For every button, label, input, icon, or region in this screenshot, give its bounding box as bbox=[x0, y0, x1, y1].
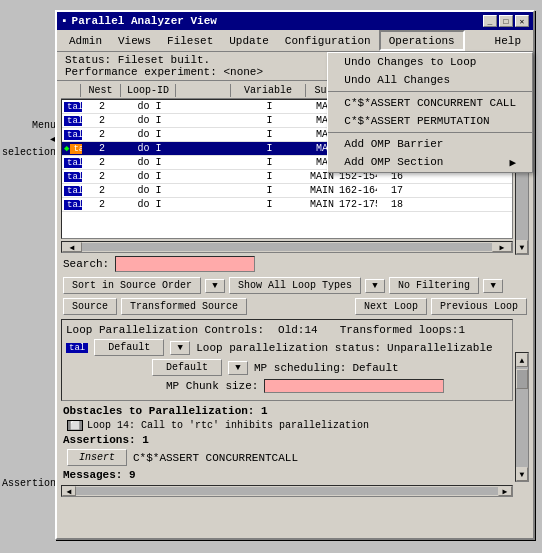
loop-icon: tal bbox=[64, 172, 82, 182]
bottom-scroll-right[interactable]: ▶ bbox=[498, 486, 512, 496]
h-scroll-track bbox=[82, 243, 492, 251]
col-blank bbox=[176, 84, 231, 97]
sort-dropdown-button[interactable]: ▼ bbox=[205, 279, 225, 293]
bottom-h-scrollbar[interactable]: ◀ ▶ bbox=[61, 485, 513, 497]
dropdown-add-barrier[interactable]: Add OMP Barrier bbox=[328, 135, 532, 153]
menu-operations[interactable]: Operations bbox=[379, 30, 465, 51]
show-dropdown-button[interactable]: ▼ bbox=[365, 279, 385, 293]
loop-icon-small: tal bbox=[66, 343, 88, 353]
mp-scheduling-label: MP scheduling: bbox=[254, 362, 346, 374]
obstacles-title: Obstacles to Parallelization: 1 bbox=[57, 403, 533, 419]
sort-filter-row: Sort in Source Order ▼ Show All Loop Typ… bbox=[57, 275, 533, 296]
col-loopid: Loop-ID bbox=[121, 84, 176, 97]
table-row[interactable]: tal 2 do I I MAIN 162-164 17 bbox=[62, 184, 512, 198]
default2-button[interactable]: Default bbox=[152, 359, 222, 376]
loop-icon: tal bbox=[64, 102, 82, 112]
search-input[interactable] bbox=[115, 256, 255, 272]
dropdown-undo-all[interactable]: Undo All Changes bbox=[328, 71, 532, 89]
mp-scheduling-value: Default bbox=[352, 362, 398, 374]
loop-controls-header: Loop Parallelization Controls: Old:14 Tr… bbox=[66, 324, 508, 336]
mp-chunk-label: MP Chunk size: bbox=[166, 380, 258, 392]
loop-icon: tal bbox=[64, 186, 82, 196]
insert-button[interactable]: Insert bbox=[67, 449, 127, 466]
sidebar-assertion: Assertion bbox=[2, 478, 56, 489]
default2-dropdown[interactable]: ▼ bbox=[228, 361, 248, 375]
obstacle-item: ⬜ Loop 14: Call to 'rtc' inhibits parall… bbox=[57, 419, 533, 432]
table-row[interactable]: tal 2 do I I MAIN 172-175 18 bbox=[62, 198, 512, 212]
messages-title: Messages: 9 bbox=[57, 467, 533, 483]
menu-views[interactable]: Views bbox=[110, 30, 159, 51]
transformed-source-button[interactable]: Transformed Source bbox=[121, 298, 247, 315]
dropdown-undo-loop[interactable]: Undo Changes to Loop bbox=[328, 53, 532, 71]
search-label: Search: bbox=[63, 258, 109, 270]
col-icon bbox=[61, 84, 81, 97]
loop-icon: tal bbox=[64, 200, 82, 210]
dropdown-add-section[interactable]: Add OMP Section ▶ bbox=[328, 153, 532, 172]
show-loop-types-button[interactable]: Show All Loop Types bbox=[229, 277, 361, 294]
col-variable: Variable bbox=[231, 84, 306, 97]
filter-dropdown-button[interactable]: ▼ bbox=[483, 279, 503, 293]
close-button[interactable]: ✕ bbox=[515, 15, 529, 27]
window-icon: ▪ bbox=[61, 15, 68, 27]
ctrl-scroll-down[interactable]: ▼ bbox=[516, 467, 528, 481]
assertion-label: Assertion bbox=[2, 478, 56, 489]
sort-source-button[interactable]: Sort in Source Order bbox=[63, 277, 201, 294]
main-window: ▪ Parallel Analyzer View _ □ ✕ Admin Vie… bbox=[55, 10, 535, 540]
default1-button[interactable]: Default bbox=[94, 339, 164, 356]
minimize-button[interactable]: _ bbox=[483, 15, 497, 27]
title-bar-controls: _ □ ✕ bbox=[483, 15, 529, 27]
source-button[interactable]: Source bbox=[63, 298, 117, 315]
scroll-right-button[interactable]: ▶ bbox=[492, 242, 512, 252]
transformed-count: Transformed loops:1 bbox=[340, 324, 465, 336]
dropdown-divider-2 bbox=[328, 132, 532, 133]
default1-dropdown[interactable]: ▼ bbox=[170, 341, 190, 355]
maximize-button[interactable]: □ bbox=[499, 15, 513, 27]
mp-chunk-input[interactable] bbox=[264, 379, 444, 393]
mp-scheduling-row: Default ▼ MP scheduling: Default bbox=[66, 359, 508, 376]
menu-update[interactable]: Update bbox=[221, 30, 277, 51]
next-loop-button[interactable]: Next Loop bbox=[355, 298, 427, 315]
old-id: Old:14 bbox=[278, 324, 318, 336]
status-line2: Performance experiment: <none> bbox=[65, 66, 263, 78]
loop-controls-title: Loop Parallelization Controls: bbox=[66, 324, 264, 336]
dropdown-assert-concurrent[interactable]: C*$*ASSERT CONCURRENT CALL bbox=[328, 94, 532, 112]
prev-loop-button[interactable]: Previous Loop bbox=[431, 298, 527, 315]
assertions-title: Assertions: 1 bbox=[57, 432, 533, 448]
operations-dropdown: Undo Changes to Loop Undo All Changes C*… bbox=[327, 52, 533, 173]
status-value: Unparallelizable bbox=[387, 342, 493, 354]
window-title: Parallel Analyzer View bbox=[72, 15, 217, 27]
bottom-h-track bbox=[76, 487, 498, 495]
menu-admin[interactable]: Admin bbox=[61, 30, 110, 51]
filter-button[interactable]: No Filtering bbox=[389, 277, 479, 294]
loop-controls-panel: Loop Parallelization Controls: Old:14 Tr… bbox=[61, 319, 513, 401]
search-area: Search: bbox=[57, 253, 533, 275]
status-label: Loop parallelization status: bbox=[196, 342, 381, 354]
menu-configuration[interactable]: Configuration bbox=[277, 30, 379, 51]
loop-icon: tal bbox=[70, 144, 82, 154]
sidebar-menu-selection: Menu ◀ selection bbox=[2, 120, 56, 158]
selection-label: selection bbox=[2, 147, 56, 158]
menu-help[interactable]: Help bbox=[487, 30, 529, 51]
assertion-text: C*$*ASSERT CONCURRENTCALL bbox=[133, 452, 298, 464]
loop-status-row: tal Default ▼ Loop parallelization statu… bbox=[66, 339, 508, 356]
ctrl-scroll-up[interactable]: ▲ bbox=[516, 353, 528, 367]
dropdown-assert-permutation[interactable]: C*$*ASSERT PERMUTATION bbox=[328, 112, 532, 130]
bottom-scroll-left[interactable]: ◀ bbox=[62, 486, 76, 496]
menu-bar: Admin Views Fileset Update Configuration… bbox=[57, 30, 533, 52]
dropdown-divider-1 bbox=[328, 91, 532, 92]
menu-label: Menu bbox=[32, 120, 56, 131]
table-h-scrollbar[interactable]: ◀ ▶ bbox=[61, 241, 513, 253]
ctrl-scroll-thumb[interactable] bbox=[516, 369, 528, 389]
assertion-row: Insert C*$*ASSERT CONCURRENTCALL bbox=[57, 448, 533, 467]
scroll-left-button[interactable]: ◀ bbox=[62, 242, 82, 252]
status-line1: Status: Fileset built. bbox=[65, 54, 263, 66]
obstacle-icon: ⬜ bbox=[67, 420, 83, 431]
obstacle-text: Loop 14: Call to 'rtc' inhibits parallel… bbox=[87, 420, 369, 431]
selection-arrow-icon: ◆ bbox=[64, 143, 69, 154]
scroll-down-button[interactable]: ▼ bbox=[516, 240, 528, 254]
loop-icon: tal bbox=[64, 130, 82, 140]
col-nest: Nest bbox=[81, 84, 121, 97]
controls-scrollbar[interactable]: ▲ ▼ bbox=[515, 352, 529, 482]
menu-fileset[interactable]: Fileset bbox=[159, 30, 221, 51]
title-bar: ▪ Parallel Analyzer View _ □ ✕ bbox=[57, 12, 533, 30]
